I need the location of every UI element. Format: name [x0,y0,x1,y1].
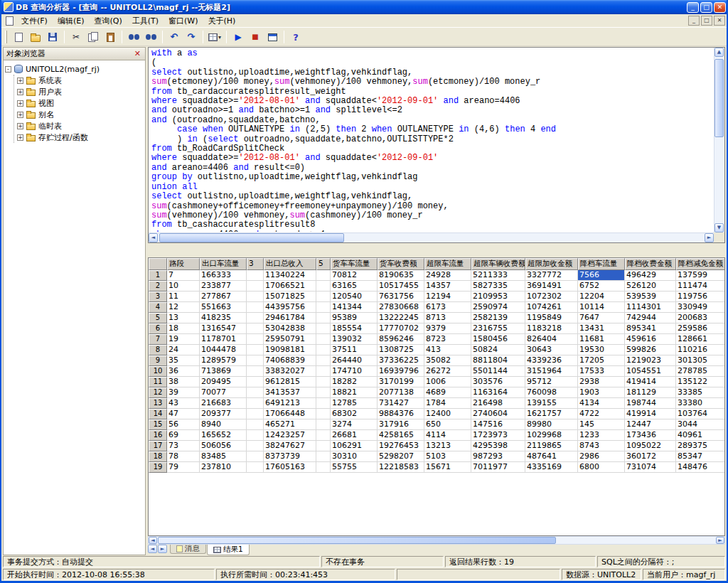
table-cell[interactable] [316,441,331,451]
table-cell[interactable]: 4335169 [525,462,578,473]
table-cell[interactable]: 18 [167,323,200,334]
table-cell[interactable]: 24 [167,345,200,355]
table-cell[interactable]: 174710 [331,366,378,377]
table-cell[interactable]: 1074261 [525,302,578,313]
table-cell[interactable]: 506056 [200,441,247,451]
table-cell[interactable]: 895341 [625,323,676,334]
table-cell[interactable] [316,292,331,302]
table-cell[interactable]: 264440 [331,355,378,366]
tree-node-views[interactable]: +视图 [17,97,144,109]
table-cell[interactable]: 3044 [676,419,725,430]
table-cell[interactable] [247,355,264,366]
table-cell[interactable]: 17770702 [378,323,424,334]
table-cell[interactable]: 419414 [625,377,676,387]
table-cell[interactable] [247,302,264,313]
table-cell[interactable]: 3413537 [264,387,316,398]
expand-icon[interactable]: + [17,123,23,129]
table-cell[interactable]: 166333 [200,270,247,281]
table-cell[interactable]: 111474 [676,281,725,292]
column-header[interactable]: 降档收费金额 [625,258,676,270]
table-cell[interactable]: 1723973 [471,430,525,441]
table-cell[interactable]: 33380 [676,398,725,409]
table-cell[interactable]: 551663 [200,302,247,313]
editor-vertical-scrollbar[interactable]: ▲ ▼ [714,48,724,232]
help-button[interactable]: ? [288,30,304,45]
table-cell[interactable]: 11 [167,292,200,302]
execute-button[interactable]: ▶ [230,30,246,45]
table-cell[interactable]: 2119865 [525,441,578,451]
table-cell[interactable]: 1095022 [625,441,676,451]
row-header[interactable]: 11 [149,377,167,387]
table-cell[interactable]: 1195849 [525,313,578,323]
table-cell[interactable]: 209495 [200,377,247,387]
table-cell[interactable]: 70812 [331,270,378,281]
table-cell[interactable]: 6752 [578,281,625,292]
table-cell[interactable]: 119756 [676,292,725,302]
table-cell[interactable]: 2590974 [471,302,525,313]
table-cell[interactable]: 36 [167,366,200,377]
table-cell[interactable]: 6800 [578,462,625,473]
table-cell[interactable]: 38247627 [264,441,316,451]
table-cell[interactable]: 8940 [200,419,247,430]
table-cell[interactable]: 713869 [200,366,247,377]
table-cell[interactable]: 35 [167,355,200,366]
table-cell[interactable]: 63165 [331,281,378,292]
expand-icon[interactable]: + [17,77,23,84]
table-cell[interactable]: 360172 [625,451,676,462]
row-header[interactable]: 17 [149,441,167,451]
row-header[interactable]: 4 [149,302,167,313]
table-cell[interactable]: 135122 [676,377,725,387]
table-cell[interactable]: 33385 [676,387,725,398]
table-cell[interactable]: 110216 [676,345,725,355]
table-cell[interactable]: 5211333 [471,270,525,281]
table-cell[interactable]: 37511 [331,345,378,355]
table-cell[interactable]: 83485 [200,451,247,462]
table-cell[interactable] [247,323,264,334]
find-button[interactable] [126,30,141,45]
table-cell[interactable]: 8713 [424,313,471,323]
table-cell[interactable]: 12204 [578,292,625,302]
sql-editor[interactable]: with a as(select outlistno,uploadtime,we… [148,47,725,243]
table-cell[interactable]: 4295398 [471,441,525,451]
column-header[interactable]: 超限加收金额 [525,258,578,270]
table-cell[interactable]: 11681 [578,334,625,345]
table-cell[interactable]: 145 [578,419,625,430]
scroll-right-icon[interactable]: ► [705,233,714,242]
paste-button[interactable] [102,30,118,45]
table-cell[interactable]: 1114301 [625,302,676,313]
table-cell[interactable]: 5501144 [471,366,525,377]
table-cell[interactable]: 2109953 [471,292,525,302]
table-cell[interactable]: 19098181 [264,345,316,355]
table-cell[interactable]: 26681 [331,430,378,441]
table-cell[interactable]: 1072302 [525,292,578,302]
table-cell[interactable]: 148476 [676,462,725,473]
table-cell[interactable]: 15071825 [264,292,316,302]
table-cell[interactable] [247,451,264,462]
table-cell[interactable]: 6173 [424,302,471,313]
table-cell[interactable]: 317916 [378,419,424,430]
table-cell[interactable]: 19530 [578,345,625,355]
table-cell[interactable]: 16939796 [378,366,424,377]
results-scroll-left-icon[interactable]: ◄ [149,537,157,544]
menu-about[interactable]: 关于(H) [203,15,241,27]
table-cell[interactable]: 1289579 [200,355,247,366]
table-cell[interactable]: 216498 [471,398,525,409]
table-cell[interactable]: 185554 [331,323,378,334]
table-cell[interactable]: 1621757 [525,409,578,419]
table-cell[interactable] [316,366,331,377]
table-cell[interactable]: 6491213 [264,398,316,409]
row-header[interactable]: 1 [149,270,167,281]
table-cell[interactable]: 419914 [625,409,676,419]
editor-horizontal-scrollbar[interactable]: ◄ ► [149,232,714,242]
table-cell[interactable]: 10 [167,281,200,292]
column-header[interactable]: 出口车流量 [200,258,247,270]
table-cell[interactable]: 8190635 [378,270,424,281]
table-cell[interactable]: 8811804 [471,355,525,366]
stop-button[interactable]: ■ [247,30,263,45]
table-cell[interactable]: 141344 [331,302,378,313]
row-header[interactable]: 10 [149,366,167,377]
undo-button[interactable]: ↶ [166,30,182,45]
table-cell[interactable]: 43 [167,398,200,409]
table-cell[interactable]: 11340224 [264,270,316,281]
table-cell[interactable]: 95712 [525,377,578,387]
